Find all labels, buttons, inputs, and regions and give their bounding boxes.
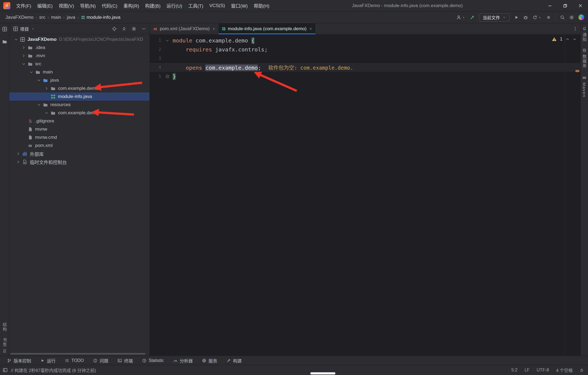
structure-tool[interactable]: 结构 [2,322,7,332]
terminal-tool[interactable]: 终端 [118,357,133,364]
chevron-right-icon[interactable] [15,152,22,156]
tree-row-main[interactable]: main [9,68,149,76]
run-tool[interactable]: 运行 [40,357,56,364]
run-button[interactable] [514,15,519,20]
chevron-right-icon[interactable] [20,54,27,58]
breadcrumb-item[interactable]: java [66,14,76,21]
menu-编辑[interactable]: 编辑(E) [34,0,56,11]
editor-tab-inactive[interactable]: mpom.xml (JavaFXDemo)× [150,23,219,34]
notifications-tool[interactable]: 通知 [581,27,587,42]
chevron-down-icon[interactable] [35,78,42,82]
tab-close-icon[interactable]: × [212,26,215,32]
tree-row-src[interactable]: src [9,60,149,68]
breadcrumb-current-file[interactable]: module-info.java [80,14,122,21]
menu-帮助[interactable]: 帮助(H) [251,0,272,11]
menu-运行[interactable]: 运行(U) [164,0,185,11]
menu-窗口[interactable]: 窗口(W) [228,0,251,11]
fold-down-icon[interactable] [162,39,173,42]
tab-close-icon[interactable]: × [309,26,312,32]
fold-up-icon[interactable] [162,75,173,78]
tree-row-resources[interactable]: resources [9,101,149,109]
menu-代码[interactable]: 代码(C) [99,0,121,11]
project-view-selector[interactable]: 项目 [13,26,35,32]
build-project-button[interactable] [470,15,475,20]
next-problem-button[interactable] [573,37,577,41]
search-everywhere-button[interactable] [560,15,565,20]
code-editor[interactable]: 1module com.example.demo {2 requires jav… [150,35,580,356]
chevron-down-icon[interactable] [28,70,35,74]
panel-options-button[interactable] [131,26,136,31]
tree-row-mvnw[interactable]: mvnw [9,125,149,133]
indent-setting[interactable]: 4 个空格 [556,367,573,373]
problems-tool[interactable]: 问题 [93,357,108,364]
line-ending[interactable]: LF [525,368,530,373]
toolbar-divider [555,14,556,20]
menu-VCS[interactable]: VCS(S) [206,0,228,11]
close-button[interactable] [573,0,588,11]
debug-button[interactable] [523,15,528,20]
build-tool[interactable]: 构建 [226,357,242,364]
breadcrumb-item[interactable]: src [38,14,47,21]
tree-row-java[interactable]: java [9,76,149,84]
prev-problem-button[interactable] [566,37,569,41]
menu-构建[interactable]: 构建(B) [142,0,164,11]
file-encoding[interactable]: UTF-8 [537,368,549,373]
minimize-button[interactable] [542,0,558,11]
inspection-widget[interactable]: 1 [552,37,577,42]
layout-icon[interactable] [3,368,8,373]
services-tool[interactable]: 服务 [202,357,217,364]
chevron-down-icon[interactable] [43,111,50,115]
tree-row-com.example.demo[interactable]: com.example.demo [9,109,149,117]
bookmarks-tool[interactable]: 书签 [2,338,7,353]
lock-icon[interactable] [580,368,584,372]
rerun-options-button[interactable] [532,15,542,20]
profiler-tool[interactable]: 分析器 [173,357,193,364]
settings-button[interactable] [569,15,574,20]
todo-tool[interactable]: TODO [65,358,84,363]
menu-导航[interactable]: 导航(N) [77,0,99,11]
folder-tool-icon[interactable] [2,39,7,45]
tree-row-mvnw.cmd[interactable]: mvnw.cmd [9,133,149,142]
breadcrumb-item[interactable]: main [50,14,62,21]
menu-文件[interactable]: 文件(F) [13,0,34,11]
tree-node-label: module-info.java [58,94,92,99]
editor-tab-active[interactable]: module-info.java (com.example.demo)× [219,23,316,34]
error-stripe-warning-mark[interactable] [575,70,579,72]
database-tool[interactable]: 数据库 [581,48,587,68]
menu-视图[interactable]: 视图(V) [56,0,77,11]
run-configuration-combo[interactable]: 当前文件 [479,13,510,21]
tree-row-[interactable]: 外部库 [9,150,149,158]
tree-row-com.example.demo[interactable]: com.example.demo [9,84,149,93]
project-tool-icon[interactable] [2,27,7,33]
tree-row-.idea[interactable]: .idea [9,44,149,52]
chevron-down-icon[interactable] [13,38,20,41]
tree-row-.gitignore[interactable]: .gitignore [9,117,149,125]
stop-button[interactable] [546,15,551,20]
chevron-right-icon[interactable] [43,87,50,90]
version-control-tool[interactable]: 版本控制 [7,357,31,364]
menu-工具[interactable]: 工具(T) [185,0,206,11]
hide-panel-button[interactable] [141,26,146,31]
tree-row-[interactable]: 临时文件和控制台 [9,158,149,166]
chevron-right-icon[interactable] [15,160,22,164]
chevron-down-icon[interactable] [20,62,27,66]
tree-row-.mvn[interactable]: .mvn [9,52,149,60]
tree-horizontal-scrollbar[interactable] [10,353,145,355]
locate-file-button[interactable] [112,26,117,31]
collapse-all-button[interactable] [122,26,127,31]
caret-position[interactable]: 5:2 [511,368,517,373]
tree-row-pom.xml[interactable]: mpom.xml [9,142,149,150]
chevron-right-icon[interactable] [20,46,27,50]
maven-tool[interactable]: mMaven [582,75,587,97]
user-account-button[interactable] [456,15,465,20]
menu-重构[interactable]: 重构(R) [120,0,142,11]
tree-row-module-info.java[interactable]: module-info.java [9,93,149,101]
chevron-down-icon[interactable] [35,103,42,107]
plugin-icon[interactable] [578,14,584,20]
breadcrumb-item[interactable]: JavaFXDemo [4,14,35,21]
restore-button[interactable] [558,0,573,11]
statistic-tool[interactable]: Statistic [142,358,164,363]
tree-node-label: java [50,78,59,83]
tab-options-button[interactable] [573,23,580,34]
tree-row-JavaFXDemo[interactable]: JavaFXDemoD:\IDEAProjects\JCNCProjects\J… [9,35,149,44]
